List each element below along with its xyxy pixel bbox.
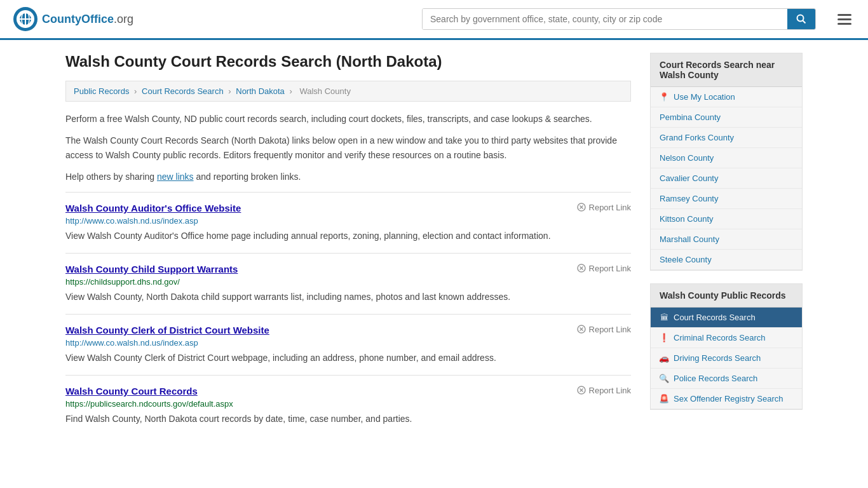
nearby-link-6[interactable]: Kittson County xyxy=(660,214,714,224)
result-item: Walsh County Court Records Report Link h… xyxy=(65,375,631,436)
result-item: Walsh County Clerk of District Court Web… xyxy=(65,314,631,375)
hamburger-menu-button[interactable] xyxy=(834,10,855,29)
result-url-1[interactable]: https://childsupport.dhs.nd.gov/ xyxy=(65,277,631,287)
description-3: Help others by sharing new links and rep… xyxy=(65,170,631,184)
result-url-2[interactable]: http://www.co.walsh.nd.us/index.asp xyxy=(65,338,631,348)
nearby-link-8[interactable]: Steele County xyxy=(660,255,712,264)
hamburger-line xyxy=(837,18,851,20)
breadcrumb-sep: › xyxy=(228,86,231,96)
result-item: Walsh County Auditor's Office Website Re… xyxy=(65,192,631,253)
nearby-item-6[interactable]: Kittson County xyxy=(651,209,802,229)
records-icon-4: 🚨 xyxy=(660,395,668,403)
records-link-3[interactable]: Police Records Search xyxy=(674,374,757,383)
result-desc-3: Find Walsh County, North Dakota court re… xyxy=(65,412,631,426)
records-link-4[interactable]: Sex Offender Registry Search xyxy=(674,394,783,403)
nearby-link-1[interactable]: Pembina County xyxy=(660,112,721,122)
result-desc-1: View Walsh County, North Dakota child su… xyxy=(65,290,631,304)
records-section: Walsh County Public Records 🏛Court Recor… xyxy=(650,283,803,410)
nearby-items: 📍Use My LocationPembina CountyGrand Fork… xyxy=(651,87,802,270)
sidebar: Court Records Search near Walsh County 📍… xyxy=(650,53,803,436)
page-title: Walsh County Court Records Search (North… xyxy=(65,53,631,71)
search-input[interactable] xyxy=(423,9,787,29)
nearby-section: Court Records Search near Walsh County 📍… xyxy=(650,53,803,271)
description-2: The Walsh County Court Records Search (N… xyxy=(65,133,631,162)
result-title-3[interactable]: Walsh County Court Records xyxy=(65,386,198,396)
result-title-2[interactable]: Walsh County Clerk of District Court Web… xyxy=(65,325,269,336)
svg-line-7 xyxy=(803,21,806,24)
records-item-0[interactable]: 🏛Court Records Search xyxy=(651,308,802,328)
nearby-item-2[interactable]: Grand Forks County xyxy=(651,128,802,148)
records-link-2[interactable]: Driving Records Search xyxy=(674,353,761,363)
nearby-label-0: Use My Location xyxy=(674,92,735,102)
records-item-4[interactable]: 🚨Sex Offender Registry Search xyxy=(651,389,802,409)
records-item-2[interactable]: 🚗Driving Records Search xyxy=(651,348,802,369)
records-icon-1: ❗ xyxy=(660,334,668,342)
search-bar xyxy=(422,8,816,30)
records-icon-2: 🚗 xyxy=(660,354,668,363)
report-link-button-1[interactable]: Report Link xyxy=(577,264,631,273)
nearby-item-0[interactable]: 📍Use My Location xyxy=(651,87,802,107)
report-icon xyxy=(577,264,586,273)
logo-suffix: .org xyxy=(114,13,133,25)
hamburger-line xyxy=(837,23,851,25)
new-links-link[interactable]: new links xyxy=(157,172,194,182)
breadcrumb: Public Records › Court Records Search › … xyxy=(65,81,631,102)
description-1: Perform a free Walsh County, ND public c… xyxy=(65,112,631,126)
result-header: Walsh County Child Support Warrants Repo… xyxy=(65,264,631,277)
breadcrumb-north-dakota[interactable]: North Dakota xyxy=(236,86,285,96)
search-button[interactable] xyxy=(787,9,815,29)
records-item-1[interactable]: ❗Criminal Records Search xyxy=(651,328,802,348)
nearby-section-header: Court Records Search near Walsh County xyxy=(651,53,802,87)
result-header: Walsh County Clerk of District Court Web… xyxy=(65,325,631,338)
report-link-button-2[interactable]: Report Link xyxy=(577,325,631,334)
search-icon xyxy=(796,14,806,24)
report-link-button-0[interactable]: Report Link xyxy=(577,203,631,212)
records-label-0: Court Records Search xyxy=(674,313,756,322)
result-desc-0: View Walsh County Auditor's Office home … xyxy=(65,229,631,243)
report-icon xyxy=(577,325,586,334)
result-desc-2: View Walsh County Clerk of District Cour… xyxy=(65,351,631,365)
nearby-link-3[interactable]: Nelson County xyxy=(660,153,714,163)
logo-name: CountyOffice xyxy=(42,13,114,25)
breadcrumb-sep: › xyxy=(134,86,137,96)
result-item: Walsh County Child Support Warrants Repo… xyxy=(65,253,631,314)
results-list: Walsh County Auditor's Office Website Re… xyxy=(65,192,631,436)
result-url-0[interactable]: http://www.co.walsh.nd.us/index.asp xyxy=(65,216,631,226)
hamburger-line xyxy=(837,14,851,16)
nearby-link-4[interactable]: Cavalier County xyxy=(660,173,719,183)
result-title-0[interactable]: Walsh County Auditor's Office Website xyxy=(65,203,241,214)
nearby-item-4[interactable]: Cavalier County xyxy=(651,168,802,189)
nearby-item-1[interactable]: Pembina County xyxy=(651,107,802,128)
result-header: Walsh County Auditor's Office Website Re… xyxy=(65,203,631,216)
records-section-header: Walsh County Public Records xyxy=(651,284,802,308)
nearby-item-8[interactable]: Steele County xyxy=(651,250,802,270)
nearby-link-2[interactable]: Grand Forks County xyxy=(660,133,734,142)
breadcrumb-walsh-county: Walsh County xyxy=(299,86,350,96)
nearby-link-5[interactable]: Ramsey County xyxy=(660,194,718,203)
report-link-button-3[interactable]: Report Link xyxy=(577,386,631,395)
nearby-link-7[interactable]: Marshall County xyxy=(660,234,719,244)
nearby-item-5[interactable]: Ramsey County xyxy=(651,189,802,209)
breadcrumb-public-records[interactable]: Public Records xyxy=(74,86,129,96)
records-item-3[interactable]: 🔍Police Records Search xyxy=(651,369,802,389)
result-header: Walsh County Court Records Report Link xyxy=(65,386,631,399)
location-icon: 📍 xyxy=(660,93,668,102)
result-title-1[interactable]: Walsh County Child Support Warrants xyxy=(65,264,238,274)
records-link-1[interactable]: Criminal Records Search xyxy=(674,333,766,342)
breadcrumb-sep: › xyxy=(289,86,292,96)
nearby-item-7[interactable]: Marshall County xyxy=(651,229,802,250)
report-icon xyxy=(577,386,586,395)
report-icon xyxy=(577,203,586,212)
nearby-item-3[interactable]: Nelson County xyxy=(651,148,802,168)
records-items: 🏛Court Records Search❗Criminal Records S… xyxy=(651,308,802,409)
logo[interactable]: CountyOffice.org xyxy=(13,6,133,32)
records-icon-3: 🔍 xyxy=(660,374,668,383)
svg-point-6 xyxy=(797,15,804,22)
breadcrumb-court-records-search[interactable]: Court Records Search xyxy=(142,86,224,96)
records-icon-0: 🏛 xyxy=(660,313,668,322)
result-url-3[interactable]: https://publicsearch.ndcourts.gov/defaul… xyxy=(65,399,631,409)
